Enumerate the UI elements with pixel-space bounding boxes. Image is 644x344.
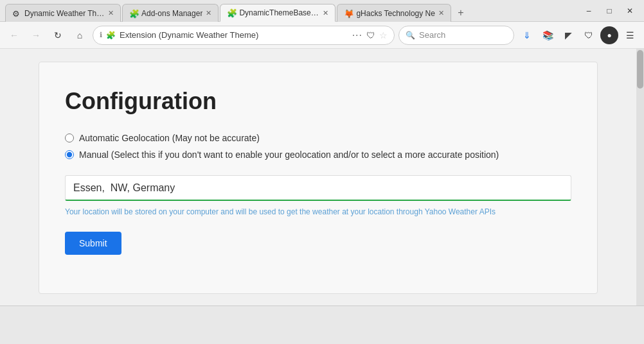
manual-geolocation-radio[interactable] xyxy=(65,150,74,159)
manual-geolocation-label: Manual (Select this if you don't want to… xyxy=(79,150,499,160)
tab-label-4: gHacks Technology Ne xyxy=(356,9,435,18)
bookmark-icon[interactable]: ☆ xyxy=(379,30,388,40)
config-title: Configuration xyxy=(65,88,571,115)
sync-icon[interactable]: ◤ xyxy=(559,26,577,44)
location-input[interactable] xyxy=(65,175,571,201)
search-box[interactable]: 🔍 Search xyxy=(398,26,514,45)
page-main: Configuration Automatic Geolocation (May… xyxy=(0,49,636,305)
tab-close-1[interactable]: ✕ xyxy=(108,9,114,17)
geolocation-options: Automatic Geolocation (May not be accura… xyxy=(65,133,571,160)
menu-icon[interactable]: ☰ xyxy=(621,26,639,44)
more-icon[interactable]: ··· xyxy=(352,30,362,41)
tab-label-1: Dynamic Weather Them xyxy=(24,9,105,18)
home-button[interactable]: ⌂ xyxy=(71,26,89,44)
shield-icon[interactable]: 🛡 xyxy=(580,26,598,44)
address-actions: ··· 🛡 ☆ xyxy=(352,30,388,41)
search-placeholder: Search xyxy=(419,30,445,40)
extension-icon: 🧩 xyxy=(106,31,116,40)
pocket-icon[interactable]: 🛡 xyxy=(366,30,375,40)
downloads-icon[interactable]: ⇓ xyxy=(518,26,536,44)
config-card: Configuration Automatic Geolocation (May… xyxy=(39,62,598,294)
manual-geolocation-option[interactable]: Manual (Select this if you don't want to… xyxy=(65,150,571,160)
scrollbar[interactable] xyxy=(636,49,644,305)
tab-addons[interactable]: 🧩 Add-ons Manager ✕ xyxy=(122,4,219,22)
search-icon: 🔍 xyxy=(406,31,415,40)
tab-close-2[interactable]: ✕ xyxy=(206,9,211,17)
new-tab-button[interactable]: + xyxy=(452,4,469,21)
maximize-button[interactable]: □ xyxy=(600,3,618,19)
avatar-icon[interactable]: ● xyxy=(600,26,618,44)
secure-icon: ℹ xyxy=(100,31,102,39)
title-bar: ⚙ Dynamic Weather Them ✕ 🧩 Add-ons Manag… xyxy=(0,0,644,22)
auto-geolocation-radio[interactable] xyxy=(65,133,74,142)
back-button[interactable]: ← xyxy=(5,26,23,44)
browser-frame: ⚙ Dynamic Weather Them ✕ 🧩 Add-ons Manag… xyxy=(0,0,644,344)
tab-icon-2: 🧩 xyxy=(129,9,138,18)
tab-close-4[interactable]: ✕ xyxy=(438,9,444,17)
address-text: Extension (Dynamic Weather Theme) xyxy=(120,30,348,40)
scrollbar-thumb[interactable] xyxy=(637,50,643,89)
toolbar-icons: ⇓ 📚 ◤ 🛡 ● ☰ xyxy=(518,26,639,44)
forward-button[interactable]: → xyxy=(27,26,45,44)
tab-ghacks[interactable]: 🦊 gHacks Technology Ne ✕ xyxy=(337,4,451,22)
address-bar[interactable]: ℹ 🧩 Extension (Dynamic Weather Theme) ··… xyxy=(93,26,395,45)
submit-button[interactable]: Submit xyxy=(65,232,121,255)
minimize-button[interactable]: – xyxy=(580,3,598,19)
page-content: Configuration Automatic Geolocation (May… xyxy=(0,49,644,305)
location-hint: Your location will be stored on your com… xyxy=(65,207,571,216)
tab-icon-3: 🧩 xyxy=(227,8,236,17)
tab-dynamic-weather[interactable]: ⚙ Dynamic Weather Them ✕ xyxy=(5,4,121,22)
auto-geolocation-label: Automatic Geolocation (May not be accura… xyxy=(79,133,260,143)
reload-button[interactable]: ↻ xyxy=(49,26,67,44)
tab-dynamic-theme[interactable]: 🧩 DynamicThemeBasedOnWe ✕ xyxy=(220,4,335,22)
tab-label-3: DynamicThemeBasedOnWe xyxy=(239,8,319,17)
tabs-area: ⚙ Dynamic Weather Them ✕ 🧩 Add-ons Manag… xyxy=(5,0,580,21)
window-controls: – □ ✕ xyxy=(580,3,639,19)
close-button[interactable]: ✕ xyxy=(621,3,639,19)
tab-icon-4: 🦊 xyxy=(344,9,353,18)
tab-close-3[interactable]: ✕ xyxy=(323,9,328,17)
tab-label-2: Add-ons Manager xyxy=(141,9,202,18)
bottom-strip xyxy=(0,305,644,344)
auto-geolocation-option[interactable]: Automatic Geolocation (May not be accura… xyxy=(65,133,571,143)
tab-icon-1: ⚙ xyxy=(12,9,21,18)
nav-bar: ← → ↻ ⌂ ℹ 🧩 Extension (Dynamic Weather T… xyxy=(0,22,644,49)
library-icon[interactable]: 📚 xyxy=(539,26,557,44)
